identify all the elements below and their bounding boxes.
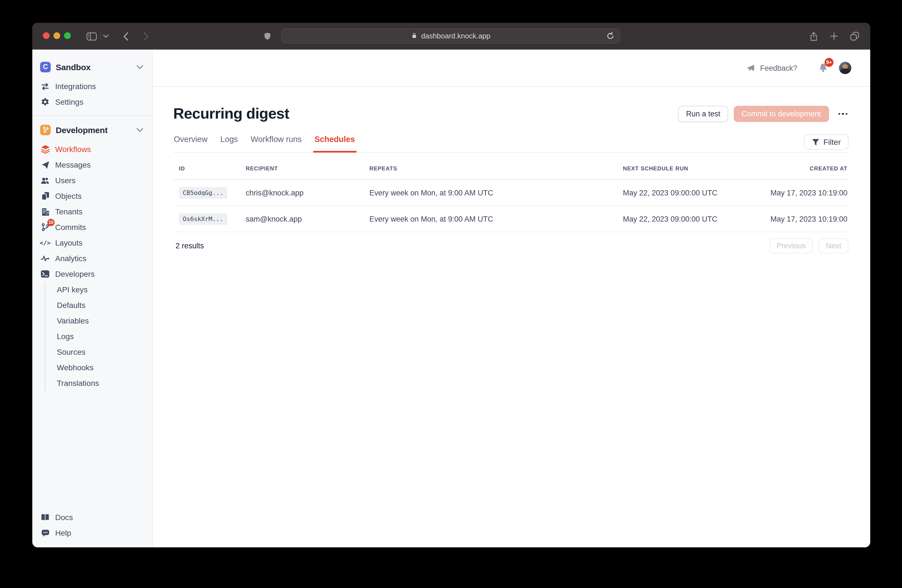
tab-schedules[interactable]: Schedules [314, 134, 355, 152]
sidebar-item-translations[interactable]: Translations [46, 375, 152, 391]
sidebar-item-api-keys[interactable]: API keys [46, 282, 152, 297]
run-a-test-button[interactable]: Run a test [678, 106, 728, 122]
sidebar-item-integrations[interactable]: Integrations [32, 78, 152, 94]
avatar[interactable] [839, 62, 851, 74]
sidebar-item-settings[interactable]: Settings [32, 94, 152, 110]
main-panel: Feedback? 9+ [153, 50, 870, 547]
schedule-id-chip[interactable]: CB5odqGg... [179, 187, 227, 199]
results-count: 2 results [175, 242, 204, 250]
column-header-id: ID [173, 165, 246, 171]
sidebar-item-logs[interactable]: Logs [46, 328, 152, 344]
recipient-cell: sam@knock.app [246, 215, 370, 223]
minimize-window-button[interactable] [53, 32, 60, 39]
table-row[interactable]: CB5odqGg... chris@knock.app Every week o… [173, 180, 849, 206]
sidebar-item-sources[interactable]: Sources [46, 344, 152, 360]
tab-overview[interactable]: Overview [173, 134, 208, 152]
chat-bubble-icon [40, 529, 50, 537]
tab-workflow-runs[interactable]: Workflow runs [250, 134, 302, 152]
sidebar-item-variables[interactable]: Variables [46, 313, 152, 328]
next-run-cell: May 22, 2023 09:00:00 UTC [623, 188, 767, 197]
share-icon [809, 31, 817, 41]
previous-page-button[interactable]: Previous [769, 238, 813, 253]
avatar-shoulders [840, 69, 850, 74]
workspace-name: Sandbox [56, 62, 132, 72]
tab-overview-button[interactable] [850, 23, 860, 50]
sidebar-item-commits[interactable]: 10 Commits [32, 219, 152, 235]
megaphone-icon [747, 64, 755, 72]
sidebar-item-messages[interactable]: Messages [32, 157, 152, 173]
sidebar-item-tenants[interactable]: Tenants [32, 204, 152, 219]
feedback-label: Feedback? [760, 64, 797, 72]
sidebar-item-label: Webhooks [57, 363, 94, 372]
toolbar-divider [100, 31, 101, 42]
pulse-icon [40, 255, 50, 262]
new-tab-button[interactable] [830, 23, 838, 50]
column-header-recipient: RECIPIENT [246, 165, 370, 171]
table-footer: 2 results Previous Next [173, 238, 849, 253]
environment-logo [40, 124, 51, 135]
sidebar-item-defaults[interactable]: Defaults [46, 297, 152, 313]
sidebar-toggle-icon [86, 32, 97, 41]
chevron-down-icon [136, 128, 143, 132]
page-actions: Run a test Commit to development [678, 106, 849, 122]
sidebar-menu-chevron-button[interactable] [102, 23, 109, 50]
sidebar-item-users[interactable]: Users [32, 173, 152, 188]
lock-icon [411, 32, 417, 39]
tabs-row: Overview Logs Workflow runs Schedules Fi… [173, 134, 849, 153]
back-button[interactable] [121, 23, 129, 50]
table-row[interactable]: Os6skXrM... sam@knock.app Every week on … [173, 206, 849, 232]
schedule-id-chip[interactable]: Os6skXrM... [179, 213, 227, 225]
close-window-button[interactable] [43, 32, 50, 39]
layers-icon [40, 145, 50, 154]
commits-count-badge: 10 [47, 219, 55, 226]
top-header: Feedback? 9+ [153, 50, 870, 87]
sidebar-toggle-button[interactable] [86, 23, 97, 50]
zoom-window-button[interactable] [64, 32, 71, 39]
forward-button[interactable] [142, 23, 150, 50]
reload-button[interactable] [606, 31, 615, 41]
workspace-switcher[interactable]: C Sandbox [32, 58, 152, 75]
sidebar-item-label: API keys [57, 285, 88, 294]
sidebar-item-label: Users [55, 176, 75, 185]
filter-button[interactable]: Filter [804, 134, 849, 150]
sidebar-item-workflows[interactable]: Workflows [32, 141, 152, 157]
pagination: Previous Next [769, 238, 849, 253]
chevron-down-icon [136, 65, 143, 69]
funnel-icon [812, 138, 819, 145]
code-icon: </> [40, 239, 50, 246]
tab-logs[interactable]: Logs [220, 134, 238, 152]
url-text: dashboard.knock.app [421, 32, 490, 40]
sidebar-item-docs[interactable]: Docs [32, 510, 152, 525]
sidebar-item-label: Docs [55, 513, 73, 522]
page-title: Recurring digest [173, 105, 678, 122]
sidebar-item-analytics[interactable]: Analytics [32, 250, 152, 266]
sidebar-item-layouts[interactable]: </> Layouts [32, 235, 152, 250]
book-icon [40, 513, 50, 521]
commit-branch-icon: 10 [40, 223, 50, 231]
environment-switcher[interactable]: Development [32, 121, 152, 138]
sidebar-item-objects[interactable]: Objects [32, 188, 152, 204]
address-bar[interactable]: dashboard.knock.app [281, 28, 620, 44]
sidebar-item-help[interactable]: Help [32, 525, 152, 541]
sidebar-item-developers[interactable]: Developers [32, 266, 152, 282]
knock-dashboard: C Sandbox [32, 50, 870, 547]
documents-icon [40, 192, 50, 200]
browser-titlebar: dashboard.knock.app [32, 23, 870, 50]
repeats-cell: Every week on Mon, at 9:00 AM UTC [370, 215, 623, 223]
page-content: Recurring digest Run a test Commit to de… [153, 87, 870, 547]
feedback-button[interactable]: Feedback? [747, 64, 797, 72]
plus-icon [830, 32, 838, 40]
more-options-button[interactable] [837, 110, 849, 118]
commit-to-development-button[interactable]: Commit to development [734, 106, 829, 122]
share-button[interactable] [808, 23, 818, 50]
notifications-button[interactable]: 9+ [818, 63, 828, 73]
column-header-next-schedule-run: NEXT SCHEDULE RUN [623, 165, 767, 171]
sidebar-item-webhooks[interactable]: Webhooks [46, 360, 152, 375]
sidebar-item-label: Layouts [55, 238, 83, 247]
next-page-button[interactable]: Next [818, 238, 849, 253]
reload-icon [606, 31, 615, 41]
privacy-report-button[interactable] [263, 23, 272, 50]
sidebar-item-label: Logs [57, 332, 74, 341]
tabs: Overview Logs Workflow runs Schedules [173, 134, 355, 152]
sidebar-item-label: Messages [55, 160, 91, 169]
